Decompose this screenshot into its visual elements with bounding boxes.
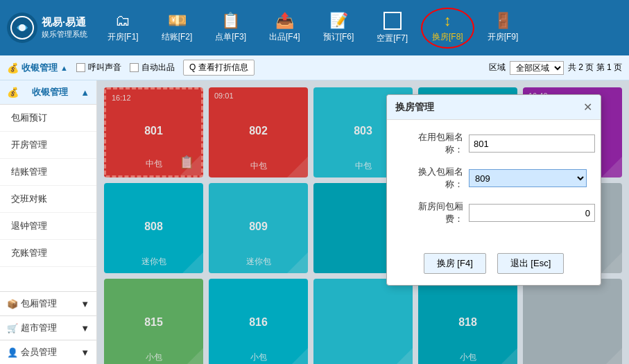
sidebar-item-booking[interactable]: 包厢预订 xyxy=(0,105,96,132)
logo-icon xyxy=(7,12,37,43)
kaifang-icon: 🗂 xyxy=(115,13,130,28)
huanfang-icon: ↕ xyxy=(444,13,451,28)
sidebar-item-shift[interactable]: 交班对账 xyxy=(0,186,96,213)
nav-kaifang[interactable]: 🗂 开房[F1] xyxy=(98,9,148,47)
form-row-new: 换入包厢名称： 809 808 811 xyxy=(401,166,587,191)
chevron-down-icon2: ▼ xyxy=(80,323,89,333)
svg-point-1 xyxy=(19,24,26,31)
auto-output-item: 自动出品 xyxy=(130,62,175,73)
member-icon: 👤 xyxy=(7,347,18,358)
call-sound-item: 呼叫声音 xyxy=(76,62,121,73)
page-info: 共 2 页 第 1 页 xyxy=(568,62,622,73)
diandan-icon: 📋 xyxy=(221,13,240,28)
nav-huanfang[interactable]: ↕ 换房[F8] xyxy=(421,8,474,49)
form-row-current: 在用包厢名称： xyxy=(401,131,587,156)
yuding-icon: 📝 xyxy=(329,13,348,28)
auto-output-checkbox[interactable] xyxy=(130,63,139,72)
search-discount-btn[interactable]: Q 查看打折信息 xyxy=(183,60,255,76)
sidebar-header: 💰 收银管理 ▲ xyxy=(0,80,96,105)
kaifang9-icon: 🚪 xyxy=(494,13,512,28)
sidebar-group-market[interactable]: 🛒 超市管理 ▼ xyxy=(0,315,96,340)
fee-label: 新房间包厢费： xyxy=(401,200,463,225)
nav-chupin-label: 出品[F4] xyxy=(269,31,300,43)
call-sound-label: 呼叫声音 xyxy=(88,62,121,73)
current-room-input[interactable] xyxy=(469,135,595,153)
call-sound-checkbox[interactable] xyxy=(76,63,85,72)
swap-confirm-btn[interactable]: 换房 [F4] xyxy=(424,253,486,274)
header: 视易·易通 娱乐管理系统 🗂 开房[F1] 💴 结账[F2] 📋 点单[F3] … xyxy=(0,0,629,55)
new-room-select[interactable]: 809 808 811 xyxy=(469,169,587,187)
logo-text: 视易·易通 娱乐管理系统 xyxy=(42,16,87,40)
cashier-label: 💰 收银管理 ▲ xyxy=(7,62,68,74)
nav-kaifang9[interactable]: 🚪 开房[F9] xyxy=(478,9,528,47)
dialog-header: 换房管理 ✕ xyxy=(387,95,601,120)
nav-diandan-label: 点单[F3] xyxy=(215,31,246,43)
room-mgmt-icon: 📦 xyxy=(7,299,18,309)
room-grid: 16:12 801 中包 📋 09:01 802 中包 803 中包 16:40… xyxy=(97,80,629,364)
sidebar-item-refund[interactable]: 退钟管理 xyxy=(0,213,96,240)
app-title: 视易·易通 xyxy=(42,16,87,29)
nav-diandan[interactable]: 📋 点单[F3] xyxy=(205,9,256,47)
toolbar: 💰 收银管理 ▲ 呼叫声音 自动出品 Q 查看打折信息 区域 全部区域 共 2 … xyxy=(0,55,629,80)
main-layout: 💰 收银管理 ▲ 包厢预订 开房管理 结账管理 交班对账 退钟管理 充账管理 📦… xyxy=(0,80,629,364)
nav-jiezhang[interactable]: 💴 结账[F2] xyxy=(152,9,203,47)
dialog-overlay: 换房管理 ✕ 在用包厢名称： 换入包厢名称： 809 808 811 xyxy=(97,80,629,364)
chevron-down-icon: ▼ xyxy=(80,299,89,309)
nav-chupin[interactable]: 📤 出品[F4] xyxy=(259,9,310,47)
zone-label: 区域 xyxy=(489,62,506,73)
app-subtitle: 娱乐管理系统 xyxy=(42,29,87,40)
sidebar-collapse-btn[interactable]: ▲ xyxy=(80,87,89,98)
chupin-icon: 📤 xyxy=(275,13,294,28)
nav-kaifang9-label: 开房[F9] xyxy=(488,31,519,43)
nav-kongling-label: 空置[F7] xyxy=(377,33,408,44)
form-row-fee: 新房间包厢费： xyxy=(401,200,587,225)
nav-yuding-label: 预订[F6] xyxy=(323,31,354,43)
sidebar: 💰 收银管理 ▲ 包厢预订 开房管理 结账管理 交班对账 退钟管理 充账管理 📦… xyxy=(0,80,97,364)
sidebar-item-checkout[interactable]: 结账管理 xyxy=(0,159,96,186)
dialog-footer: 换房 [F4] 退出 [Esc] xyxy=(387,246,601,285)
dialog-close-btn[interactable]: ✕ xyxy=(583,101,592,114)
logo-area: 视易·易通 娱乐管理系统 xyxy=(7,12,87,43)
sidebar-group-member[interactable]: 👤 会员管理 ▼ xyxy=(0,340,96,364)
kongling-icon xyxy=(384,12,402,30)
fee-input[interactable] xyxy=(469,204,595,222)
market-icon: 🛒 xyxy=(7,323,18,333)
auto-output-label: 自动出品 xyxy=(141,62,175,73)
current-room-label: 在用包厢名称： xyxy=(401,131,463,156)
dialog-body: 在用包厢名称： 换入包厢名称： 809 808 811 新房间包厢费： xyxy=(387,120,601,246)
swap-room-dialog: 换房管理 ✕ 在用包厢名称： 换入包厢名称： 809 808 811 xyxy=(386,94,601,286)
sidebar-group-rooms[interactable]: 📦 包厢管理 ▼ xyxy=(0,291,96,315)
sidebar-item-openroom[interactable]: 开房管理 xyxy=(0,132,96,159)
toolbar-right: 区域 全部区域 共 2 页 第 1 页 xyxy=(489,61,622,75)
new-room-label: 换入包厢名称： xyxy=(401,166,463,191)
dialog-title: 换房管理 xyxy=(395,101,434,114)
swap-exit-btn[interactable]: 退出 [Esc] xyxy=(497,253,565,274)
chevron-down-icon3: ▼ xyxy=(80,347,89,358)
sidebar-item-recharge[interactable]: 充账管理 xyxy=(0,240,96,267)
jiezhang-icon: 💴 xyxy=(168,13,187,28)
nav-yuding[interactable]: 📝 预订[F6] xyxy=(313,9,364,47)
collapse-btn[interactable]: ▲ xyxy=(60,64,68,72)
zone-select[interactable]: 全部区域 xyxy=(510,61,564,75)
nav-kaifang-label: 开房[F1] xyxy=(107,31,139,43)
nav-jiezhang-label: 结账[F2] xyxy=(162,31,193,43)
nav-kongling[interactable]: 空置[F7] xyxy=(367,8,417,49)
sidebar-header-label: 收银管理 xyxy=(32,86,68,98)
nav-huanfang-label: 换房[F8] xyxy=(432,31,463,43)
